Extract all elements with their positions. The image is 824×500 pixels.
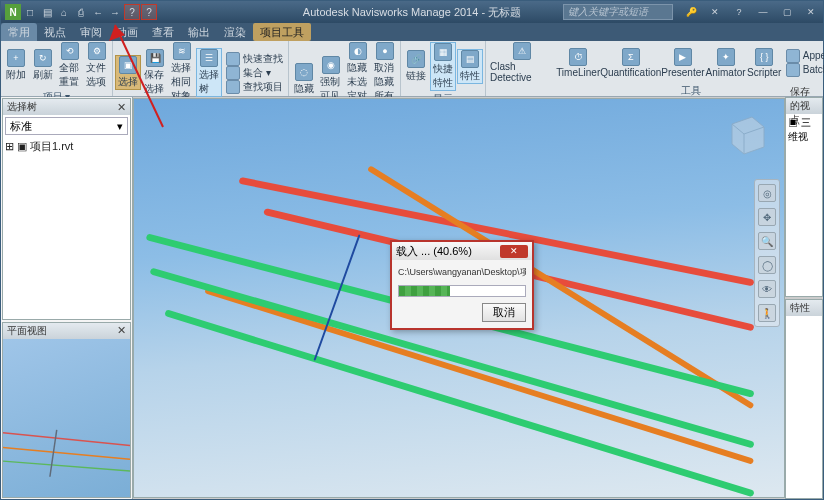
- app-menu-button[interactable]: N: [5, 4, 21, 20]
- qat-redo-icon[interactable]: →: [107, 4, 123, 20]
- properties-title: 特性: [790, 301, 810, 315]
- ribbon-隐藏-button[interactable]: ◌隐藏: [291, 63, 317, 96]
- tree-mode-dropdown[interactable]: 标准 ▾: [5, 117, 128, 135]
- ribbon-animator-button[interactable]: ✦Animator: [705, 48, 745, 78]
- sign-in-icon[interactable]: 🔑: [679, 7, 703, 17]
- ribbon-quantification-button[interactable]: ΣQuantification: [601, 48, 660, 78]
- ribbon-选择相同对象-button[interactable]: ≋选择相同对象: [169, 42, 195, 103]
- ribbon-保存选择-button[interactable]: 💾保存选择: [142, 49, 168, 96]
- plan-view-canvas[interactable]: [3, 339, 130, 497]
- ribbon-batch-utility-button[interactable]: Batch Utility: [783, 63, 824, 77]
- ribbon-appearance-profiler-button[interactable]: Appearance Profiler: [783, 49, 824, 63]
- viewcube[interactable]: [722, 109, 772, 159]
- qat-new-icon[interactable]: □: [22, 4, 38, 20]
- tab-review[interactable]: 审阅: [73, 23, 109, 41]
- ribbon-选择-button[interactable]: ▣选择: [115, 55, 141, 90]
- tab-item-tools[interactable]: 项目工具: [253, 23, 311, 41]
- help-search-input[interactable]: 键入关键字或短语: [563, 4, 673, 20]
- plan-view-title: 平面视图: [7, 324, 47, 338]
- qat-highlight-1[interactable]: ?: [124, 4, 140, 20]
- svg-marker-12: [732, 117, 764, 154]
- ribbon-特性-button[interactable]: ▤特性: [457, 49, 483, 84]
- panel-close-icon[interactable]: ✕: [117, 324, 126, 337]
- selection-tree-header[interactable]: 选择树 ✕: [3, 99, 130, 115]
- tab-viewpoint[interactable]: 视点: [37, 23, 73, 41]
- window-title: Autodesk Navisworks Manage 2014 - 无标题: [303, 5, 521, 20]
- loading-dialog: 载入 ... (40.6%) ✕ C:\Users\wangyanan\Desk…: [390, 240, 534, 330]
- maximize-icon[interactable]: ▢: [775, 7, 799, 17]
- minimize-icon[interactable]: —: [751, 7, 775, 17]
- plan-view-header[interactable]: 平面视图 ✕: [3, 323, 130, 339]
- ribbon-强制可见-button[interactable]: ◉强制可见: [318, 56, 344, 103]
- ribbon-presenter-button[interactable]: ▶Presenter: [661, 48, 704, 78]
- qat-highlight-2[interactable]: ?: [141, 4, 157, 20]
- ribbon-快捷特性-button[interactable]: ▦快捷特性: [430, 42, 456, 91]
- qat-print-icon[interactable]: ⎙: [73, 4, 89, 20]
- qat-open-icon[interactable]: ▤: [39, 4, 55, 20]
- dialog-close-icon[interactable]: ✕: [500, 245, 528, 258]
- window-controls: 🔑 ✕ ? — ▢ ✕: [679, 7, 823, 17]
- exchange-icon[interactable]: ✕: [703, 7, 727, 17]
- progress-bar: [398, 285, 526, 297]
- ribbon-全部重置-button[interactable]: ⟲全部重置: [57, 42, 83, 89]
- tree-body[interactable]: ⊞ ▣ 项目1.rvt: [3, 137, 130, 319]
- tab-output[interactable]: 输出: [181, 23, 217, 41]
- dialog-file-path: C:\Users\wangyanan\Desktop\项目1.rvt: [398, 266, 526, 279]
- ribbon-timeliner-button[interactable]: ⏱TimeLiner: [556, 48, 600, 78]
- title-bar: N □ ▤ ⌂ ⎙ ← → ? ? Autodesk Navisworks Ma…: [1, 1, 823, 23]
- properties-panel: 特性: [785, 299, 823, 499]
- quick-access-toolbar: N □ ▤ ⌂ ⎙ ← → ? ?: [1, 4, 157, 20]
- nav-look-icon[interactable]: 👁: [758, 280, 776, 298]
- qat-undo-icon[interactable]: ←: [90, 4, 106, 20]
- tree-item[interactable]: ⊞ ▣ 项目1.rvt: [5, 139, 128, 154]
- close-icon[interactable]: ✕: [799, 7, 823, 17]
- svg-line-11: [315, 236, 359, 360]
- tab-view[interactable]: 查看: [145, 23, 181, 41]
- ribbon: +附加↻刷新⟲全部重置⚙文件选项项目 ▾▣选择💾保存选择≋选择相同对象☰选择树快…: [1, 41, 823, 97]
- selection-tree-title: 选择树: [7, 100, 37, 114]
- ribbon-scripter-button[interactable]: { }Scripter: [747, 48, 782, 78]
- nav-orbit-icon[interactable]: ◯: [758, 256, 776, 274]
- ribbon-链接-button[interactable]: 🔗链接: [403, 50, 429, 83]
- expand-icon[interactable]: ⊞: [5, 140, 14, 153]
- ribbon-tabs: 常用 视点 审阅 动画 查看 输出 渲染 项目工具: [1, 23, 823, 41]
- chevron-down-icon: ▾: [117, 120, 123, 133]
- svg-line-2: [3, 461, 130, 471]
- selection-tree-panel: 选择树 ✕ 标准 ▾ ⊞ ▣ 项目1.rvt: [2, 98, 131, 320]
- panel-close-icon[interactable]: ✕: [117, 101, 126, 114]
- svg-line-10: [169, 314, 751, 493]
- svg-line-1: [3, 447, 130, 459]
- tab-render[interactable]: 渲染: [217, 23, 253, 41]
- dialog-title-text: 载入 ... (40.6%): [396, 244, 472, 259]
- ribbon-刷新-button[interactable]: ↻刷新: [30, 49, 56, 82]
- help-icon[interactable]: ?: [727, 7, 751, 17]
- cancel-button[interactable]: 取消: [482, 303, 526, 322]
- ribbon-选择树-button[interactable]: ☰选择树: [196, 48, 222, 97]
- nav-wheel-icon[interactable]: ◎: [758, 184, 776, 202]
- left-column: 选择树 ✕ 标准 ▾ ⊞ ▣ 项目1.rvt 平面视图: [1, 97, 133, 499]
- tab-animation[interactable]: 动画: [109, 23, 145, 41]
- nav-pan-icon[interactable]: ✥: [758, 208, 776, 226]
- navigation-bar: ◎ ✥ 🔍 ◯ 👁 🚶: [754, 179, 780, 327]
- ribbon-文件选项-button[interactable]: ⚙文件选项: [84, 42, 110, 89]
- right-column: 保存的视点 ▣ 三维视 特性: [785, 97, 823, 499]
- plan-view-panel: 平面视图 ✕: [2, 322, 131, 498]
- qat-save-icon[interactable]: ⌂: [56, 4, 72, 20]
- file-icon: ▣: [17, 140, 27, 153]
- ribbon-快速查找-button[interactable]: 快速查找: [223, 52, 286, 66]
- ribbon-集合--button[interactable]: 集合 ▾: [223, 66, 286, 80]
- ribbon-附加-button[interactable]: +附加: [3, 49, 29, 82]
- ribbon-clash-detective-button[interactable]: ⚠Clash Detective: [488, 42, 555, 83]
- tab-home[interactable]: 常用: [1, 23, 37, 41]
- dialog-titlebar[interactable]: 载入 ... (40.6%) ✕: [392, 242, 532, 260]
- nav-walk-icon[interactable]: 🚶: [758, 304, 776, 322]
- tree-mode-value: 标准: [10, 119, 32, 134]
- svg-line-0: [3, 433, 130, 446]
- tree-item-label: 项目1.rvt: [30, 139, 73, 154]
- ribbon-查找项目-button[interactable]: 查找项目: [223, 80, 286, 94]
- nav-zoom-icon[interactable]: 🔍: [758, 232, 776, 250]
- saved-viewpoints-panel: 保存的视点 ▣ 三维视: [785, 97, 823, 297]
